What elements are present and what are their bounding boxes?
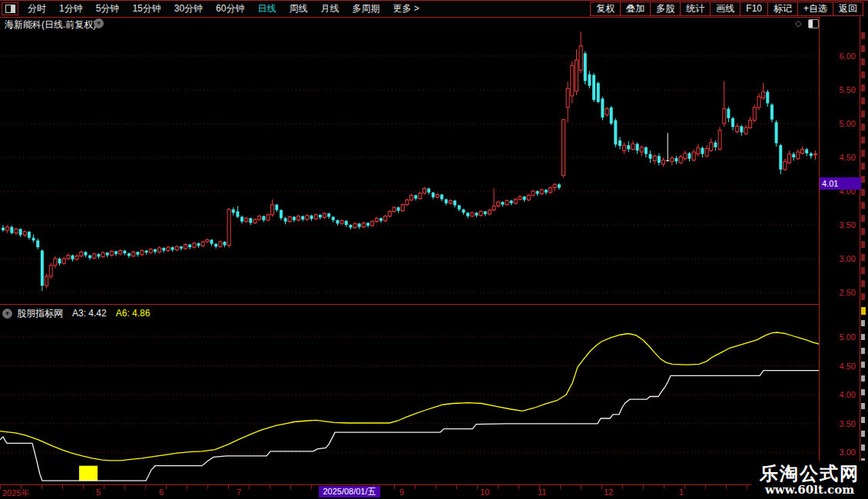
tab-30min[interactable]: 30分钟 <box>174 2 203 15</box>
axis-label: 3.50 <box>825 220 856 230</box>
panel-separator <box>0 304 868 305</box>
axis-label: 3.50 <box>825 419 856 428</box>
watermark-url: www.60lt.com <box>765 484 854 497</box>
draw-line-button[interactable]: 画线 <box>710 2 740 16</box>
axis-label: 4.50 <box>825 362 856 371</box>
tab-monthly[interactable]: 月线 <box>320 2 339 15</box>
axis-label: 5.00 <box>825 332 856 342</box>
indicator-name[interactable]: 股朋指标网 <box>17 307 63 320</box>
trading-app-window: 分时 1分钟 5分钟 15分钟 30分钟 60分钟 日线 周线 月线 多周期 更… <box>0 0 868 499</box>
month-label: 11 <box>538 487 546 497</box>
tab-weekly[interactable]: 周线 <box>289 2 307 15</box>
toolbar-buttons: 复权 叠加 多股 统计 画线 F10 标记 +自选 返回 <box>591 2 863 16</box>
axis-label: 3.00 <box>825 448 856 457</box>
month-label: 5 <box>96 487 101 497</box>
add-watchlist-button[interactable]: +自选 <box>797 2 833 16</box>
watermark-title: 乐淘公式网 <box>760 464 860 484</box>
date-axis: 2025年 5 6 7 9 10 11 12 1 2025/08/01/五 <box>0 484 868 499</box>
month-label: 1 <box>679 487 684 497</box>
period-toolbar: 分时 1分钟 5分钟 15分钟 30分钟 60分钟 日线 周线 月线 多周期 更… <box>0 0 868 18</box>
mark-button[interactable]: 标记 <box>767 2 798 16</box>
axis-label: 3.00 <box>825 254 856 263</box>
watermark: 乐淘公式网 www.60lt.com <box>751 461 868 499</box>
indicator-a3-value: A3: 4.42 <box>72 308 107 319</box>
multi-stock-button[interactable]: 多股 <box>650 2 681 16</box>
f10-button[interactable]: F10 <box>740 2 768 16</box>
axis-label: 5.50 <box>825 85 856 94</box>
tab-fenshi[interactable]: 分时 <box>28 2 46 15</box>
overlay-button[interactable]: 叠加 <box>620 2 651 16</box>
date-tick-marks <box>0 485 819 489</box>
axis-label: 2.50 <box>825 288 856 297</box>
month-label: 9 <box>399 487 404 497</box>
tab-multi-period[interactable]: 多周期 <box>352 2 379 15</box>
tab-daily[interactable]: 日线 <box>257 2 276 15</box>
tab-5min[interactable]: 5分钟 <box>96 2 120 15</box>
period-tabs: 分时 1分钟 5分钟 15分钟 30分钟 60分钟 日线 周线 月线 多周期 更… <box>28 2 419 15</box>
chevron-down-icon[interactable]: ▼ <box>2 309 12 319</box>
indicator-header: ▼ 股朋指标网 A3: 4.42 A6: 4.86 <box>0 307 150 319</box>
price-axis: 6.00 5.50 5.00 4.50 4.00 3.50 3.00 2.50 … <box>819 17 860 484</box>
year-label: 2025年 <box>2 487 29 499</box>
tab-15min[interactable]: 15分钟 <box>132 2 161 15</box>
tab-more[interactable]: 更多 > <box>393 2 419 15</box>
tab-1min[interactable]: 1分钟 <box>59 2 83 15</box>
axis-label: 6.00 <box>825 51 856 61</box>
back-button[interactable]: 返回 <box>833 2 863 16</box>
highlighted-date-badge: 2025/08/01/五 <box>319 486 380 497</box>
stats-button[interactable]: 统计 <box>680 2 711 16</box>
right-clipped-strip <box>860 17 868 484</box>
clipped-text-fragments <box>861 32 865 301</box>
axis-label: 4.00 <box>825 390 856 399</box>
tab-60min[interactable]: 60分钟 <box>216 2 244 15</box>
last-price-badge: 4.01 <box>820 177 861 190</box>
indicator-a6-value: A6: 4.86 <box>116 308 151 319</box>
clipped-text-fragment <box>861 307 866 315</box>
month-label: 10 <box>480 487 489 497</box>
axis-label: 5.00 <box>825 119 856 128</box>
window-split-icon[interactable] <box>2 2 18 15</box>
month-label: 7 <box>237 487 241 497</box>
indicator-chart[interactable] <box>0 306 819 484</box>
month-label: 6 <box>159 487 164 497</box>
candlestick-chart[interactable] <box>0 17 819 304</box>
axis-label: 4.50 <box>825 153 856 162</box>
month-label: 12 <box>604 487 613 497</box>
fuquan-button[interactable]: 复权 <box>590 2 621 16</box>
